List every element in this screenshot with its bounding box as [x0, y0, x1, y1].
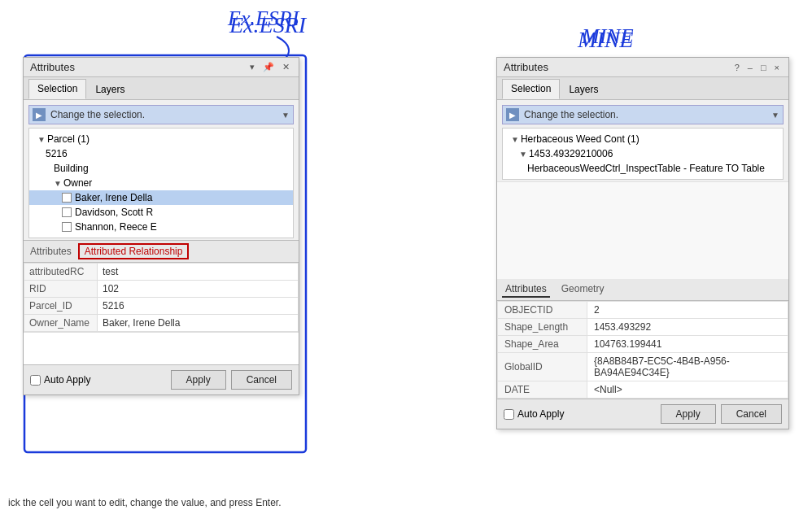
- left-empty-area: [24, 332, 299, 364]
- right-attr-key-2: Shape_Area: [498, 336, 587, 353]
- right-attr-key-1: Shape_Length: [498, 319, 587, 336]
- right-attr-val-4[interactable]: <Null>: [587, 381, 788, 399]
- right-attr-val-2[interactable]: 104763.199441: [587, 336, 788, 353]
- right-attr-val-0[interactable]: 2: [587, 302, 788, 319]
- right-attr-val-1[interactable]: 1453.493292: [587, 319, 788, 336]
- attr-key-1: RID: [24, 281, 98, 298]
- right-attr-key-3: GlobalID: [498, 353, 587, 381]
- right-tree-item-1453[interactable]: ▼ 1453.49329210006: [503, 146, 783, 161]
- label-building: Building: [54, 163, 89, 174]
- right-help-button[interactable]: ?: [732, 63, 742, 72]
- attr-key-0: attributedRC: [24, 264, 98, 281]
- right-attributes-panel: Attributes ? – □ × Selection Layers ▶ Ch…: [496, 57, 789, 429]
- right-titlebar: Attributes ? – □ ×: [497, 58, 788, 77]
- right-attr-key-0: OBJECTID: [498, 302, 587, 319]
- right-apply-button[interactable]: Apply: [661, 404, 716, 424]
- right-tab-layers[interactable]: Layers: [560, 80, 607, 99]
- left-selection-dropdown[interactable]: ▶ Change the selection. ▼: [28, 105, 294, 124]
- right-panel-tabs: Selection Layers: [497, 77, 788, 100]
- tree-item-building[interactable]: Building: [29, 161, 293, 176]
- label-owner: Owner: [63, 177, 92, 189]
- parcel-triangle: ▼: [37, 135, 46, 144]
- right-attr-key-4: DATE: [498, 381, 587, 399]
- tree-item-5216[interactable]: 5216: [29, 146, 293, 161]
- right-dropdown-icon: ▶: [506, 108, 519, 121]
- right-attr-tabs: Attributes Geometry: [497, 279, 788, 301]
- left-panel-title: Attributes: [30, 61, 75, 73]
- left-auto-apply-checkbox[interactable]: [30, 375, 41, 386]
- left-attributes-panel: Attributes ▾ 📌 ✕ Selection Layers ▶ Chan…: [23, 57, 299, 395]
- table-row: Shape_Area 104763.199441: [498, 336, 788, 353]
- right-tab-selection[interactable]: Selection: [502, 79, 560, 99]
- davidson-checkbox[interactable]: [62, 207, 72, 217]
- right-cancel-button[interactable]: Cancel: [721, 404, 782, 424]
- right-tab-geometry[interactable]: Geometry: [558, 281, 608, 298]
- bottom-instruction-text: ick the cell you want to edit, change th…: [8, 497, 282, 508]
- attr-val-0[interactable]: test: [98, 264, 299, 281]
- owner-triangle: ▼: [54, 179, 62, 188]
- label-1453: 1453.49329210006: [529, 148, 613, 159]
- left-dropdown-icon: ▶: [33, 108, 46, 121]
- right-auto-apply-checkbox[interactable]: [504, 409, 514, 420]
- right-tree-item-herbaceous[interactable]: ▼ Herbaceous Weed Cont (1): [503, 132, 783, 146]
- tree-item-baker[interactable]: Baker, Irene Della: [29, 190, 293, 205]
- attr-val-1[interactable]: 102: [98, 281, 299, 298]
- left-tree: ▼ Parcel (1) 5216 Building ▼ Owner Baker…: [28, 128, 294, 238]
- shannon-checkbox[interactable]: [62, 222, 72, 232]
- right-attr-table: OBJECTID 2 Shape_Length 1453.493292 Shap…: [497, 301, 788, 399]
- right-dropdown-arrow: ▼: [771, 111, 779, 120]
- left-dropdown-arrow: ▼: [282, 111, 290, 120]
- left-cancel-button[interactable]: Cancel: [231, 370, 292, 390]
- right-close-button[interactable]: ×: [772, 63, 782, 72]
- left-pin-button[interactable]: 📌: [260, 62, 277, 72]
- right-panel-title: Attributes: [504, 61, 548, 73]
- table-row: DATE <Null>: [498, 381, 788, 399]
- right-selection-dropdown[interactable]: ▶ Change the selection. ▼: [502, 105, 784, 124]
- parcel-label: Parcel (1): [47, 133, 89, 145]
- right-auto-apply-label: Auto Apply: [517, 408, 564, 420]
- right-tree-item-inspect[interactable]: HerbaceousWeedCtrl_InspectTable - Featur…: [503, 161, 783, 176]
- tree-item-davidson[interactable]: Davidson, Scott R: [29, 205, 293, 220]
- attr-key-3: Owner_Name: [24, 315, 98, 332]
- ex-esri-annotation: Ex.ESRI: [228, 7, 299, 31]
- left-titlebar: Attributes ▾ 📌 ✕: [24, 58, 299, 77]
- herbaceous-label: Herbaceous Weed Cont (1): [521, 133, 640, 145]
- right-empty-area: [497, 181, 788, 279]
- table-row: attributedRC test: [24, 264, 299, 281]
- left-dropdown-text: Change the selection.: [50, 109, 282, 120]
- left-attr-tabs-row: Attributes Attributed Relationship: [24, 240, 299, 263]
- left-apply-button[interactable]: Apply: [171, 370, 226, 390]
- right-tab-attributes[interactable]: Attributes: [502, 281, 550, 298]
- table-row: Parcel_ID 5216: [24, 298, 299, 315]
- attr-val-2[interactable]: 5216: [98, 298, 299, 315]
- attr-val-3[interactable]: Baker, Irene Della: [98, 315, 299, 332]
- left-panel-tabs: Selection Layers: [24, 77, 299, 100]
- label-shannon: Shannon, Reece E: [75, 221, 157, 233]
- left-tab-selection[interactable]: Selection: [28, 79, 86, 99]
- herbaceous-triangle: ▼: [511, 135, 519, 144]
- left-auto-apply-label: Auto Apply: [44, 374, 90, 386]
- left-attr-tab-active[interactable]: Attributed Relationship: [78, 243, 190, 259]
- right-minimize-button[interactable]: –: [745, 63, 755, 72]
- right-attr-val-3[interactable]: {8A8B84B7-EC5C-4B4B-A956-BA94AE94C34E}: [587, 353, 788, 381]
- right-panel-bottom: Auto Apply Apply Cancel: [497, 399, 788, 429]
- tree-item-parcel[interactable]: ▼ Parcel (1): [29, 132, 293, 146]
- baker-checkbox[interactable]: [62, 193, 72, 203]
- right-tree: ▼ Herbaceous Weed Cont (1) ▼ 1453.493292…: [502, 128, 784, 180]
- left-panel-controls: ▾ 📌 ✕: [247, 62, 292, 72]
- left-attr-tab-label[interactable]: Attributes: [27, 244, 75, 259]
- attr-key-2: Parcel_ID: [24, 298, 98, 315]
- table-row: Owner_Name Baker, Irene Della: [24, 315, 299, 332]
- table-row: Shape_Length 1453.493292: [498, 319, 788, 336]
- table-row: OBJECTID 2: [498, 302, 788, 319]
- left-tab-layers[interactable]: Layers: [86, 80, 133, 99]
- right-auto-apply: Auto Apply: [504, 408, 564, 420]
- tree-item-owner[interactable]: ▼ Owner: [29, 176, 293, 190]
- tree-item-shannon[interactable]: Shannon, Reece E: [29, 220, 293, 234]
- left-close-button[interactable]: ✕: [280, 62, 292, 72]
- right-restore-button[interactable]: □: [758, 63, 769, 72]
- label-davidson: Davidson, Scott R: [75, 207, 153, 218]
- left-help-button[interactable]: ▾: [247, 62, 257, 72]
- left-auto-apply: Auto Apply: [30, 374, 90, 386]
- left-panel-bottom: Auto Apply Apply Cancel: [24, 364, 299, 394]
